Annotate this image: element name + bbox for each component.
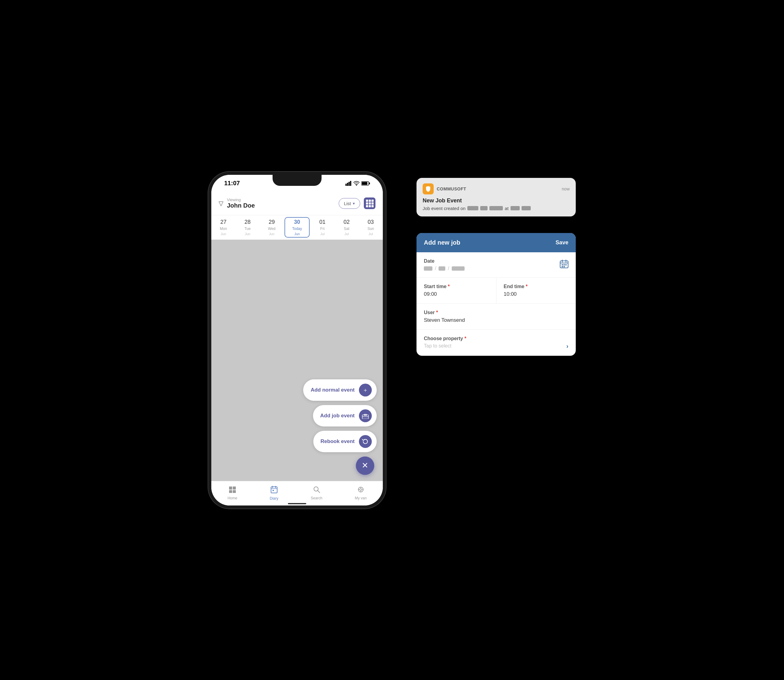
notif-app-name: COMMUSOFT <box>437 186 559 191</box>
svg-rect-11 <box>233 486 236 490</box>
notif-time: now <box>562 186 570 191</box>
svg-rect-32 <box>564 264 565 266</box>
add-job-panel: Add new job Save Date / / <box>417 233 576 356</box>
myvan-icon <box>357 486 364 495</box>
plus-icon: ＋ <box>359 384 372 397</box>
nav-home[interactable]: Home <box>228 486 237 500</box>
notif-title: New Job Event <box>423 197 570 204</box>
notif-app-icon <box>423 183 434 194</box>
status-time: 11:07 <box>221 180 240 187</box>
chevron-right-icon: › <box>566 343 568 349</box>
cal-day-27[interactable]: 27 Mon Jun <box>211 215 236 239</box>
cal-day-01[interactable]: 01 Fri Jul <box>310 215 334 239</box>
battery-icon <box>361 181 370 186</box>
grid-view-button[interactable] <box>364 197 375 209</box>
save-button[interactable]: Save <box>556 239 568 246</box>
list-label: List <box>344 201 351 206</box>
close-fab-button[interactable]: ✕ <box>356 456 374 475</box>
signal-icon <box>345 181 351 186</box>
choose-property-required: * <box>464 336 466 341</box>
svg-rect-35 <box>564 266 565 267</box>
time-row: Start time * 09:00 End time * 10:00 <box>417 278 576 304</box>
phone-frame: 11:07 <box>208 172 386 508</box>
start-time-label: Start time * <box>424 284 489 289</box>
choose-property-section[interactable]: Choose property * Tap to select › <box>417 330 576 356</box>
viewing-icon: ▽ <box>219 200 223 207</box>
calendar-strip: 27 Mon Jun 28 Tue Jun 29 Wed Jun <box>211 215 383 240</box>
date-value: / / <box>424 266 464 271</box>
svg-point-22 <box>360 489 362 491</box>
svg-rect-13 <box>233 490 236 493</box>
user-section: User * Steven Townsend <box>417 304 576 330</box>
nav-myvan-label: My van <box>355 496 367 500</box>
panel-title: Add new job <box>424 239 460 246</box>
nav-diary-label: Diary <box>270 496 279 501</box>
notif-redacted-date2 <box>480 206 488 210</box>
bottom-nav: Home Diary <box>211 481 383 505</box>
phone-notch <box>272 175 321 186</box>
notif-redacted-time2 <box>521 206 531 210</box>
notif-body-at: at <box>505 206 508 211</box>
choose-property-label: Choose property * <box>424 336 568 342</box>
date-label: Date <box>424 258 464 264</box>
end-time-label: End time * <box>504 284 569 289</box>
date-redacted-1 <box>424 266 433 271</box>
status-icons <box>345 181 373 186</box>
end-time-required: * <box>526 284 528 289</box>
svg-rect-34 <box>562 266 563 267</box>
add-job-event-button[interactable]: Add job event <box>313 405 377 427</box>
start-time-value: 09:00 <box>424 291 489 297</box>
end-time-section: End time * 10:00 <box>496 278 576 304</box>
cal-day-28[interactable]: 28 Tue Jun <box>236 215 260 239</box>
search-icon <box>313 486 320 495</box>
nav-indicator <box>288 503 306 504</box>
header-viewing: Viewing John Doe <box>227 197 335 209</box>
start-time-section: Start time * 09:00 <box>417 278 496 304</box>
chevron-down-icon: ▾ <box>353 201 355 206</box>
notif-body-prefix: Job event created on <box>423 206 466 211</box>
nav-myvan[interactable]: My van <box>355 486 367 500</box>
start-time-required: * <box>448 284 450 289</box>
svg-rect-14 <box>271 487 277 493</box>
add-normal-event-button[interactable]: Add normal event ＋ <box>303 379 377 401</box>
choose-property-row[interactable]: Tap to select › <box>424 343 568 349</box>
user-value: Steven Townsend <box>424 317 568 323</box>
svg-rect-10 <box>229 486 232 490</box>
cal-day-30-today[interactable]: 30 Today Jun <box>285 217 310 238</box>
tap-to-select: Tap to select <box>424 343 452 349</box>
nav-search[interactable]: Search <box>311 486 323 500</box>
svg-rect-3 <box>350 181 351 186</box>
rebook-event-label: Rebook event <box>321 438 355 445</box>
notif-redacted-time1 <box>510 206 520 210</box>
svg-rect-2 <box>348 182 350 186</box>
list-view-button[interactable]: List ▾ <box>339 198 360 209</box>
svg-rect-1 <box>347 183 348 186</box>
svg-rect-31 <box>562 264 563 266</box>
wifi-icon <box>353 181 359 186</box>
cal-day-29[interactable]: 29 Wed Jun <box>260 215 284 239</box>
viewing-label: Viewing <box>227 197 335 202</box>
nav-home-label: Home <box>228 496 237 500</box>
calendar-icon[interactable] <box>560 260 568 270</box>
svg-rect-18 <box>272 490 274 491</box>
viewing-name: John Doe <box>227 202 335 209</box>
nav-diary[interactable]: Diary <box>270 486 279 501</box>
svg-rect-6 <box>369 183 370 184</box>
notif-redacted-date3 <box>490 206 503 210</box>
end-time-value: 10:00 <box>504 291 569 297</box>
home-icon <box>229 486 236 495</box>
action-buttons: Add normal event ＋ Add job event <box>303 379 377 475</box>
svg-line-20 <box>318 491 320 493</box>
user-label: User * <box>424 310 568 315</box>
date-section: Date / / <box>417 252 576 278</box>
briefcase-icon <box>359 409 372 422</box>
user-required: * <box>436 310 438 315</box>
app-header: ▽ Viewing John Doe List ▾ <box>211 192 383 215</box>
nav-search-label: Search <box>311 496 323 500</box>
notif-body: Job event created on at <box>423 206 570 211</box>
cal-day-02[interactable]: 02 Sat Jul <box>334 215 359 239</box>
svg-rect-33 <box>565 264 567 266</box>
rebook-event-button[interactable]: Rebook event <box>313 431 377 452</box>
cal-day-03[interactable]: 03 Sun Jul <box>359 215 383 239</box>
svg-rect-5 <box>362 182 367 185</box>
